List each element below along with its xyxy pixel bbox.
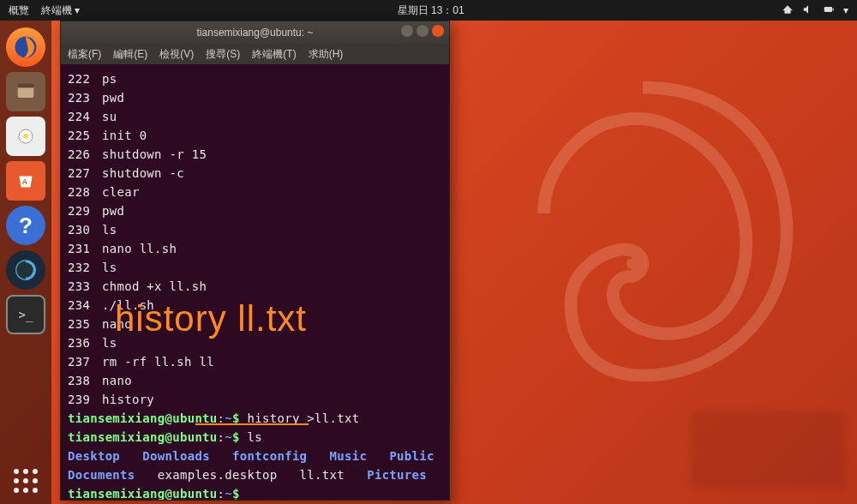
dock-app-firefox[interactable] <box>6 27 45 67</box>
battery-icon[interactable] <box>823 3 835 18</box>
dock-app-files[interactable] <box>6 72 45 111</box>
svg-rect-0 <box>824 7 832 12</box>
menu-view[interactable]: 檢視(V) <box>159 47 194 62</box>
terminal-window[interactable]: tiansemixiang@ubuntu: ~ 檔案(F) 編輯(E) 檢視(V… <box>60 21 450 501</box>
menu-file[interactable]: 檔案(F) <box>68 47 101 62</box>
menu-terminal[interactable]: 終端機(T) <box>252 47 296 62</box>
network-icon[interactable] <box>782 3 794 18</box>
dock-app-software[interactable]: A <box>6 161 45 201</box>
svg-text:A: A <box>22 177 28 186</box>
active-app-label[interactable]: 終端機 <box>41 4 72 16</box>
maximize-button[interactable] <box>417 25 428 37</box>
apps-grid-button[interactable] <box>11 466 40 495</box>
menu-search[interactable]: 搜尋(S) <box>206 47 240 62</box>
menu-bar: 檔案(F) 編輯(E) 檢視(V) 搜尋(S) 終端機(T) 求助(H) <box>61 44 449 64</box>
clock[interactable]: 星期日 13：01 <box>398 4 464 16</box>
dock: A ? >_ <box>0 21 51 504</box>
svg-rect-1 <box>833 8 834 9</box>
menu-help[interactable]: 求助(H) <box>309 47 344 62</box>
svg-point-9 <box>626 259 638 270</box>
terminal-body[interactable]: 222ps223pwd224su225init 0226shutdown -r … <box>61 64 449 500</box>
volume-icon[interactable] <box>802 3 814 18</box>
dock-app-monitor[interactable] <box>6 250 45 290</box>
minimize-button[interactable] <box>401 25 413 37</box>
svg-rect-4 <box>18 84 34 88</box>
top-bar: 概覽 終端機 ▾ 星期日 13：01 ▾ <box>0 0 857 21</box>
overview-label[interactable]: 概覽 <box>9 3 29 18</box>
svg-point-6 <box>23 134 28 139</box>
system-menu-icon[interactable]: ▾ <box>843 4 848 16</box>
close-button[interactable] <box>432 25 444 37</box>
dock-app-rhythmbox[interactable] <box>6 117 45 156</box>
title-bar[interactable]: tiansemixiang@ubuntu: ~ <box>61 21 449 44</box>
dock-app-help[interactable]: ? <box>6 206 45 245</box>
dock-app-terminal[interactable]: >_ <box>6 295 45 334</box>
window-title: tiansemixiang@ubuntu: ~ <box>197 27 314 39</box>
ubuntu-wallpaper-bird <box>463 51 823 411</box>
menu-edit[interactable]: 編輯(E) <box>113 47 147 62</box>
background-artifact <box>691 411 845 489</box>
